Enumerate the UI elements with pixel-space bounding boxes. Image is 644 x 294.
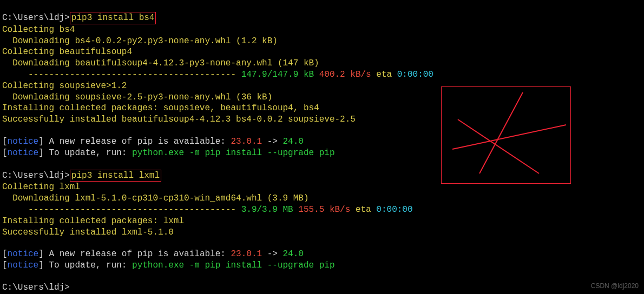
highlighted-command-1: pip3 install bs4 [70,12,156,24]
output-line: Successfully installed lxml-5.1.0 [2,227,642,238]
notice-line: [notice] A new release of pip is availab… [2,249,642,260]
watermark: CSDN @ldj2020 [591,282,639,291]
blank-row [2,271,642,282]
prompt-line-3[interactable]: C:\Users\ldj> [2,282,642,293]
blank-row [2,1,642,12]
prompt-path: C:\Users\ldj> [2,13,70,23]
prompt-line-1[interactable]: C:\Users\ldj>pip3 install bs4 [2,12,642,24]
highlighted-command-2: pip3 install lxml [70,170,161,182]
progress-line: ----------------------------------------… [2,204,642,216]
output-line: Collecting bs4 [2,24,642,36]
prompt-path: C:\Users\ldj> [2,171,70,181]
output-line: Collecting beautifulsoup4 [2,46,642,58]
scribble-icon [442,87,571,184]
notice-line: [notice] To update, run: python.exe -m p… [2,260,642,271]
prompt-path: C:\Users\ldj> [2,283,70,292]
svg-line-0 [452,125,566,149]
annotation-box [441,86,571,184]
output-line: Downloading bs4-0.0.2-py2.py3-none-any.w… [2,36,642,47]
progress-line: ----------------------------------------… [2,69,642,81]
svg-line-1 [458,119,539,173]
output-line: Installing collected packages: lxml [2,216,642,227]
blank-row [2,238,642,249]
output-line: Downloading lxml-5.1.0-cp310-cp310-win_a… [2,193,642,204]
output-line: Downloading beautifulsoup4-4.12.3-py3-no… [2,58,642,69]
svg-line-2 [479,92,523,173]
